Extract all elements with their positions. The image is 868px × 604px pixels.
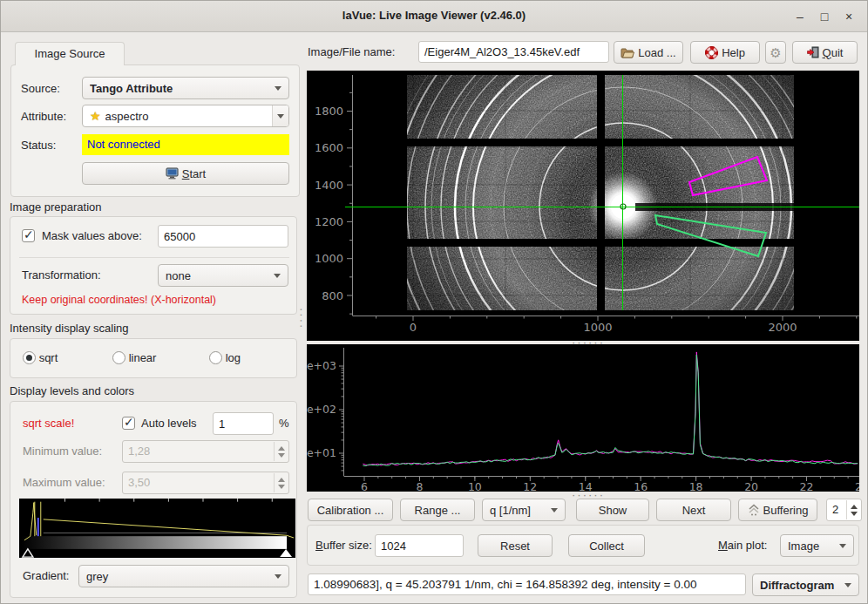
svg-text:20: 20 xyxy=(744,480,758,492)
vertical-splitter-handle[interactable]: ···· xyxy=(300,308,303,329)
spin-down-icon xyxy=(278,485,285,489)
lavue-window: laVue: Live Image Viewer (v2.46.0) – □ ×… xyxy=(0,0,868,604)
load-button[interactable]: Load ... xyxy=(614,41,683,64)
auto-levels-percent-input[interactable] xyxy=(213,412,274,435)
mask-value-input[interactable] xyxy=(158,225,288,248)
auto-levels-checkbox[interactable] xyxy=(122,417,135,430)
display-levels-box: sqrt scale! Auto levels % Minimum value:… xyxy=(10,401,297,598)
chevron-down-icon xyxy=(274,274,281,278)
svg-text:1400: 1400 xyxy=(315,179,343,192)
buffering-label: Buffering xyxy=(763,504,809,517)
percent-label: % xyxy=(279,412,289,435)
help-lifering-icon xyxy=(705,46,718,59)
show-label: Show xyxy=(599,504,627,517)
frames-spinbox[interactable]: 2 xyxy=(826,499,862,521)
separator xyxy=(19,257,289,258)
source-combo[interactable]: Tango Attribute xyxy=(82,77,289,99)
svg-text:1000: 1000 xyxy=(315,252,343,265)
controls-splitter-handle[interactable]: ······ xyxy=(572,493,605,497)
histogram-levels-widget[interactable] xyxy=(19,499,295,558)
main-plot-combo[interactable]: Image xyxy=(780,534,854,557)
range-label: Range ... xyxy=(415,504,461,517)
help-button[interactable]: Help xyxy=(690,41,760,64)
intensity-scaling-box: sqrt linear log xyxy=(10,338,297,378)
spin-buttons[interactable] xyxy=(274,442,288,461)
gradient-label: Gradient: xyxy=(23,565,69,587)
spin-buttons[interactable] xyxy=(846,500,860,519)
spin-up-icon xyxy=(851,505,858,509)
spin-down-icon xyxy=(278,453,285,458)
auto-levels-label: Auto levels xyxy=(141,412,197,435)
buffer-size-input[interactable] xyxy=(375,534,464,557)
minimize-button[interactable]: – xyxy=(790,7,810,26)
main-plot-label: Main plot: xyxy=(718,534,767,557)
status-value-badge: Not connected xyxy=(82,134,289,155)
minimum-value-label: Minimum value: xyxy=(23,440,102,463)
spin-up-icon xyxy=(278,478,285,482)
reset-label: Reset xyxy=(500,540,530,553)
file-name-input[interactable] xyxy=(418,41,609,63)
radio-linear[interactable]: linear xyxy=(112,351,156,364)
tab-label: Image Source xyxy=(35,47,105,60)
radio-dot xyxy=(112,351,125,364)
range-button[interactable]: Range ... xyxy=(400,499,475,521)
image-plot[interactable]: 01000200080010001200140016001800 xyxy=(307,71,859,341)
maximum-value-label: Maximum value: xyxy=(23,472,105,494)
transformation-combo[interactable]: none xyxy=(158,264,288,287)
view-mode-combo[interactable]: Diffractogram xyxy=(752,573,859,596)
radio-dot xyxy=(23,351,36,364)
maximum-value-spinbox[interactable]: 3,50 xyxy=(122,472,289,494)
quit-button[interactable]: Quit xyxy=(792,41,858,64)
chevron-down-icon xyxy=(551,508,558,512)
gradient-combo[interactable]: grey xyxy=(78,565,289,587)
settings-button[interactable]: ⚙ xyxy=(765,41,786,64)
svg-text:12: 12 xyxy=(523,480,537,492)
monitor-icon xyxy=(166,167,179,180)
radio-sqrt[interactable]: sqrt xyxy=(23,351,58,364)
calibration-button[interactable]: Calibration ... xyxy=(308,499,393,521)
transformation-value: none xyxy=(166,269,268,282)
coordinates-warning: Keep original coordinates! (X-horizontal… xyxy=(22,294,216,306)
spin-down-icon xyxy=(851,512,858,516)
diffractogram-plot[interactable]: 6810121416182022241e+011e+021e+03 xyxy=(307,344,859,492)
svg-text:18: 18 xyxy=(689,480,703,492)
tab-image-source[interactable]: Image Source xyxy=(15,42,125,65)
titlebar: laVue: Live Image Viewer (v2.46.0) – □ × xyxy=(1,1,867,32)
image-preparation-box: Mask values above: Transformation: none … xyxy=(10,216,297,315)
show-button[interactable]: Show xyxy=(576,499,649,521)
source-value: Tango Attribute xyxy=(90,82,269,95)
start-label: Start xyxy=(182,167,206,180)
spin-up-icon xyxy=(278,446,285,451)
cursor-info-field[interactable] xyxy=(308,573,746,595)
collect-button[interactable]: Collect xyxy=(568,534,645,557)
radio-log-label: log xyxy=(226,351,241,364)
attribute-dropdown-button[interactable] xyxy=(272,105,288,126)
chevron-down-icon xyxy=(277,114,284,119)
next-button[interactable]: Next xyxy=(656,499,731,521)
view-mode-value: Diffractogram xyxy=(760,579,839,592)
chevron-down-icon xyxy=(275,574,281,579)
minimum-value-spinbox[interactable]: 1,28 xyxy=(122,440,289,463)
gradient-value: grey xyxy=(86,570,269,583)
buffer-box: Buffer size: Reset Collect Main plot: Im… xyxy=(307,525,859,566)
radio-log[interactable]: log xyxy=(209,351,241,364)
svg-text:8: 8 xyxy=(416,480,423,492)
svg-text:0: 0 xyxy=(410,321,417,334)
radio-sqrt-label: sqrt xyxy=(39,351,58,364)
reset-button[interactable]: Reset xyxy=(478,534,553,557)
start-button[interactable]: Start xyxy=(82,162,289,185)
maximum-value: 3,50 xyxy=(128,476,150,489)
favorite-star-icon: ★ xyxy=(90,109,101,123)
unit-combo[interactable]: q [1/nm] xyxy=(482,499,566,521)
mask-checkbox[interactable] xyxy=(22,229,35,242)
buffering-button[interactable]: Buffering xyxy=(738,499,817,521)
svg-text:1800: 1800 xyxy=(315,105,343,118)
gear-icon: ⚙ xyxy=(770,46,781,59)
spin-buttons[interactable] xyxy=(274,473,288,492)
display-levels-heading: Display levels and colors xyxy=(10,384,134,397)
radio-linear-label: linear xyxy=(129,351,157,364)
close-button[interactable]: × xyxy=(839,7,858,26)
attribute-combo[interactable]: ★ aspectro xyxy=(82,105,289,127)
attribute-value: aspectro xyxy=(105,110,272,123)
maximize-button[interactable]: □ xyxy=(815,7,834,26)
